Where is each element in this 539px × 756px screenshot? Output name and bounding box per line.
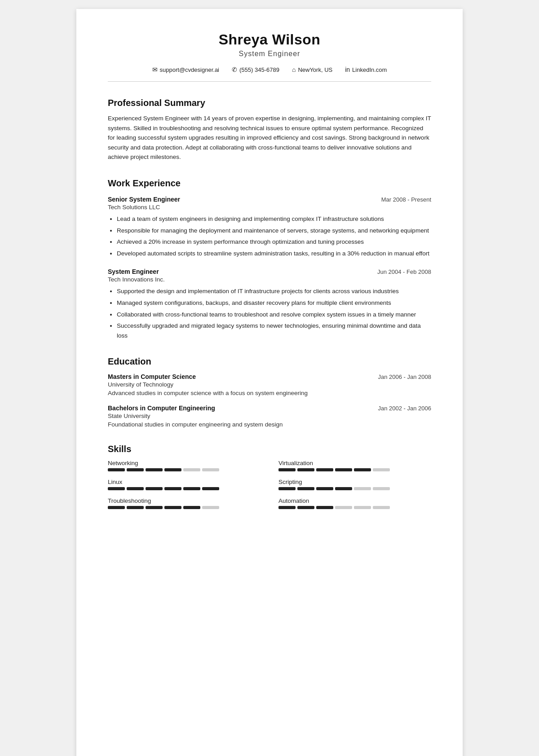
skill-segment [108,506,125,509]
skills-grid: NetworkingVirtualizationLinuxScriptingTr… [108,460,431,512]
skill-segment [335,506,352,509]
email-text: support@cvdesigner.ai [160,66,219,73]
job-company-2: Tech Innovations Inc. [108,276,431,283]
edu-header-1: Masters in Computer Science Jan 2006 - J… [108,373,431,380]
skill-segment [202,487,219,490]
skill-segment [316,487,333,490]
skill-bar [108,506,261,509]
skill-item: Virtualization [278,460,431,471]
edu-date-2: Jan 2002 - Jan 2006 [378,405,431,412]
job-header-1: Senior System Engineer Mar 2008 - Presen… [108,196,431,203]
skill-segment [278,506,296,509]
contact-email: ✉ support@cvdesigner.ai [152,66,219,73]
edu-date-1: Jan 2006 - Jan 2008 [378,374,431,380]
skill-item: Networking [108,460,261,471]
skill-name: Linux [108,479,261,485]
skill-item: Troubleshooting [108,497,261,509]
list-item: Lead a team of system engineers in desig… [117,214,431,224]
edu-school-2: State University [108,413,431,419]
skill-segment [373,506,390,509]
skill-name: Automation [278,497,431,504]
phone-icon: ✆ [232,66,237,73]
candidate-name: Shreya Wilson [108,31,431,48]
skill-segment [373,487,390,490]
list-item: Managed system configurations, backups, … [117,298,431,308]
edu-header-2: Bachelors in Computer Engineering Jan 20… [108,404,431,412]
skill-bar [278,468,431,471]
contact-bar: ✉ support@cvdesigner.ai ✆ (555) 345-6789… [108,66,431,82]
skill-segment [202,468,219,471]
skill-bar [278,506,431,509]
skill-segment [164,487,181,490]
work-experience-title: Work Experience [108,178,431,189]
skill-segment [164,506,181,509]
edu-school-1: University of Technology [108,381,431,388]
skill-name: Scripting [278,479,431,485]
skill-segment [335,468,352,471]
skill-name: Virtualization [278,460,431,466]
skill-segment [316,506,333,509]
skill-segment [278,487,296,490]
list-item: Achieved a 20% increase in system perfor… [117,237,431,247]
education-title: Education [108,356,431,367]
skill-segment [354,506,371,509]
list-item: Supported the design and implementation … [117,286,431,296]
job-block-1: Senior System Engineer Mar 2008 - Presen… [108,196,431,258]
skill-segment [335,487,352,490]
skill-segment [146,506,163,509]
linkedin-icon: in [345,66,350,73]
contact-location: ⌂ NewYork, US [292,66,332,73]
skill-segment [316,468,333,471]
skill-segment [278,468,296,471]
skill-name: Networking [108,460,261,466]
edu-block-1: Masters in Computer Science Jan 2006 - J… [108,373,431,396]
skill-segment [373,468,390,471]
location-text: NewYork, US [298,66,332,73]
linkedin-text: LinkedIn.com [352,66,387,73]
work-experience-section: Work Experience Senior System Engineer M… [108,178,431,340]
job-header-2: System Engineer Jun 2004 - Feb 2008 [108,268,431,275]
skill-segment [354,468,371,471]
skill-segment [127,487,144,490]
candidate-title: System Engineer [108,50,431,58]
skill-bar [108,468,261,471]
education-section: Education Masters in Computer Science Ja… [108,356,431,428]
skill-segment [146,487,163,490]
skill-item: Scripting [278,479,431,490]
edu-degree-1: Masters in Computer Science [108,373,196,380]
job-title-2: System Engineer [108,268,159,275]
list-item: Developed automated scripts to streamlin… [117,249,431,259]
skill-item: Automation [278,497,431,509]
skill-segment [127,468,144,471]
contact-phone: ✆ (555) 345-6789 [232,66,279,73]
contact-linkedin: in LinkedIn.com [345,66,387,73]
edu-block-2: Bachelors in Computer Engineering Jan 20… [108,404,431,428]
skills-title: Skills [108,444,431,454]
skill-segment [183,468,200,471]
skill-bar [278,487,431,490]
edu-degree-2: Bachelors in Computer Engineering [108,404,215,412]
skill-name: Troubleshooting [108,497,261,504]
skill-segment [297,468,314,471]
summary-title: Professional Summary [108,98,431,108]
job-company-1: Tech Solutions LLC [108,204,431,211]
skill-segment [164,468,181,471]
email-icon: ✉ [152,66,158,73]
summary-section: Professional Summary Experienced System … [108,98,431,162]
skill-segment [183,506,200,509]
skill-segment [183,487,200,490]
skill-segment [297,506,314,509]
skill-segment [146,468,163,471]
job-bullets-1: Lead a team of system engineers in desig… [108,214,431,258]
header-section: Shreya Wilson System Engineer [108,31,431,58]
skill-segment [108,468,125,471]
skills-section: Skills NetworkingVirtualizationLinuxScri… [108,444,431,512]
edu-desc-2: Foundational studies in computer enginee… [108,421,431,428]
location-icon: ⌂ [292,66,296,73]
skill-segment [127,506,144,509]
skill-bar [108,487,261,490]
list-item: Responsible for managing the deployment … [117,226,431,236]
edu-desc-1: Advanced studies in computer science wit… [108,390,431,396]
job-date-2: Jun 2004 - Feb 2008 [377,268,431,275]
list-item: Successfully upgraded and migrated legac… [117,321,431,340]
